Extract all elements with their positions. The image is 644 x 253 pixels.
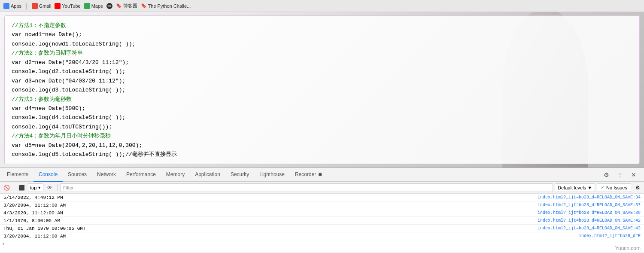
circle-favicon: 56 — [106, 3, 112, 9]
console-row-link[interactable]: index.html?_ijt=bo28_d=R — [579, 234, 642, 238]
toolbar-sep-1 — [14, 184, 14, 191]
apps-favicon — [3, 3, 9, 9]
console-output: 5/14/2022, 4:49:12 PMindex.html?_ijt=bo2… — [0, 194, 644, 252]
code-line: console.log(d5.toLocaleString( ));//毫秒并不… — [12, 150, 632, 159]
code-line: //方法2：参数为日期字符串 — [12, 49, 632, 58]
python-item[interactable]: 🔖 The Python Challe... — [141, 3, 191, 9]
code-line: console.log(d3.toLocaleString( )); — [12, 85, 632, 94]
console-row-text: Thu, 01 Jan 1970 00:00:05 GMT — [2, 225, 538, 232]
code-line: console.log(nowd1.toLocaleString( )); — [12, 40, 632, 49]
console-row-text: 3/20/2004, 11:12:00 AM — [2, 202, 538, 209]
console-row-text: 3/20/2004, 11:12:00 AM — [2, 233, 579, 240]
console-toolbar: 🚫 ⬛ top ▼ 👁 Default levels ▼ ✓ No Issues… — [0, 182, 644, 194]
top-label: top — [30, 185, 36, 190]
console-row-link[interactable]: index.html?_ijt=bo28_d=RELOAD_ON_SAVE:43 — [538, 226, 642, 231]
code-line: var d3=new Date("04/03/20 11:12"); — [12, 76, 632, 85]
apps-item[interactable]: Apps — [3, 3, 21, 9]
python-label: The Python Challe... — [148, 3, 191, 9]
console-row: 1/1/1970, 8:00:05 AMindex.html?_ijt=bo28… — [0, 217, 644, 225]
code-line: console.log(d2.toLocaleString( )); — [12, 67, 632, 76]
default-levels-select[interactable]: Default levels ▼ — [555, 183, 595, 192]
console-row-link[interactable]: index.html?_ijt=bo28_d=RELOAD_ON_SAVE:34 — [538, 195, 642, 200]
console-row: 4/3/2020, 11:12:00 AMindex.html?_ijt=bo2… — [0, 209, 644, 217]
main-area: //方法1：不指定参数var nowd1=new Date();console.… — [0, 12, 644, 253]
maps-label: Maps — [91, 3, 103, 9]
no-issues-label: No Issues — [606, 185, 627, 190]
code-line: var d5=new Date(2004,2,20,11,12,0,300); — [12, 141, 632, 150]
gmail-favicon — [32, 3, 38, 9]
console-prompt-icon: › — [2, 241, 5, 247]
apps-label: Apps — [11, 3, 21, 9]
watermark-text: Yuucn.com — [615, 245, 641, 251]
blog-item[interactable]: 🔖 博客园 — [116, 3, 137, 9]
console-row: Thu, 01 Jan 1970 00:00:05 GMTindex.html?… — [0, 225, 644, 232]
devtools-tab-application[interactable]: Application — [190, 168, 225, 182]
code-line: //方法4：参数为年月日小时分钟秒毫秒 — [12, 131, 632, 140]
circle-label: 56 — [107, 4, 111, 8]
code-line: console.log(d4.toLocaleString( )); — [12, 113, 632, 122]
console-row-link[interactable]: index.html?_ijt=bo28_d=RELOAD_ON_SAVE:37 — [538, 203, 642, 207]
youtube-label: YouTube — [62, 3, 80, 9]
devtools-tab-console[interactable]: Console — [33, 168, 63, 182]
default-levels-label: Default levels ▼ — [558, 185, 592, 190]
settings-icon[interactable]: ⚙ — [601, 170, 611, 180]
devtools-tab-recorder[interactable]: Recorder ⏺ — [290, 168, 328, 182]
code-line: var d4=new Date(5000); — [12, 104, 632, 113]
code-line: console.log(d4.toUTCString()); — [12, 122, 632, 131]
circle-item[interactable]: 56 — [106, 3, 112, 9]
youtube-item[interactable]: YouTube — [55, 3, 80, 9]
code-panel: //方法1：不指定参数var nowd1=new Date();console.… — [4, 15, 640, 164]
eye-button[interactable]: 👁 — [45, 183, 55, 192]
gmail-item[interactable]: Gmail — [32, 3, 52, 9]
console-row: 5/14/2022, 4:49:12 PMindex.html?_ijt=bo2… — [0, 194, 644, 201]
devtools-tab-sources[interactable]: Sources — [63, 168, 92, 182]
code-line: var d2=new Date("2004/3/20 11:12"); — [12, 58, 632, 67]
devtools-tab-performance[interactable]: Performance — [121, 168, 161, 182]
browser-bar: Apps | Gmail YouTube Maps 56 🔖 博客园 🔖 The… — [0, 0, 644, 12]
devtools-tab-bar: ElementsConsoleSourcesNetworkPerformance… — [0, 168, 644, 182]
blog-label: 🔖 — [116, 3, 122, 9]
no-issues-button[interactable]: ✓ No Issues — [597, 183, 631, 192]
check-icon: ✓ — [601, 185, 605, 190]
close-icon[interactable]: ✕ — [629, 170, 639, 180]
console-row-text: 4/3/2020, 11:12:00 AM — [2, 210, 538, 216]
console-settings-button[interactable]: ⚙ — [633, 183, 642, 192]
youtube-favicon — [55, 3, 61, 9]
console-row-text: 1/1/1970, 8:00:05 AM — [2, 217, 538, 224]
code-line: var nowd1=new Date(); — [12, 30, 632, 39]
blog-text: 博客园 — [123, 3, 137, 9]
more-icon[interactable]: ⋮ — [615, 170, 625, 180]
sep1: | — [26, 3, 27, 9]
clear-console-button[interactable]: 🚫 — [2, 183, 11, 192]
console-row-text: 5/14/2022, 4:49:12 PM — [2, 194, 538, 201]
gmail-label: Gmail — [39, 3, 52, 9]
console-row-link[interactable]: index.html?_ijt=bo28_d=RELOAD_ON_SAVE:42 — [538, 218, 642, 223]
devtools-tab-security[interactable]: Security — [225, 168, 254, 182]
maps-item[interactable]: Maps — [84, 3, 103, 9]
devtools: ElementsConsoleSourcesNetworkPerformance… — [0, 168, 644, 253]
code-line: //方法1：不指定参数 — [12, 21, 632, 30]
filter-input[interactable] — [60, 183, 553, 192]
devtools-tab-lighthouse[interactable]: Lighthouse — [254, 168, 290, 182]
console-prompt-row: › — [0, 240, 644, 248]
python-favicon: 🔖 — [141, 3, 147, 9]
devtools-tab-network[interactable]: Network — [92, 168, 121, 182]
toolbar-sep-2 — [57, 184, 58, 191]
devtools-tab-memory[interactable]: Memory — [161, 168, 190, 182]
code-line: //方法3：参数为毫秒数 — [12, 95, 632, 104]
console-row-link[interactable]: index.html?_ijt=bo28_d=RELOAD_ON_SAVE:39 — [538, 210, 642, 215]
show-errors-button[interactable]: ⬛ — [17, 183, 26, 192]
devtools-tab-elements[interactable]: Elements — [2, 168, 33, 182]
top-level-select[interactable]: top ▼ — [28, 183, 43, 192]
maps-favicon — [84, 3, 90, 9]
console-row: 3/20/2004, 11:12:00 AMindex.html?_ijt=bo… — [0, 232, 644, 240]
console-row: 3/20/2004, 11:12:00 AMindex.html?_ijt=bo… — [0, 201, 644, 209]
chevron-down-icon: ▼ — [37, 186, 41, 190]
devtools-icons-right: ⚙⋮✕ — [601, 170, 642, 180]
page-content: //方法1：不指定参数var nowd1=new Date();console.… — [0, 12, 644, 168]
watermark: Yuucn.com — [615, 245, 641, 251]
